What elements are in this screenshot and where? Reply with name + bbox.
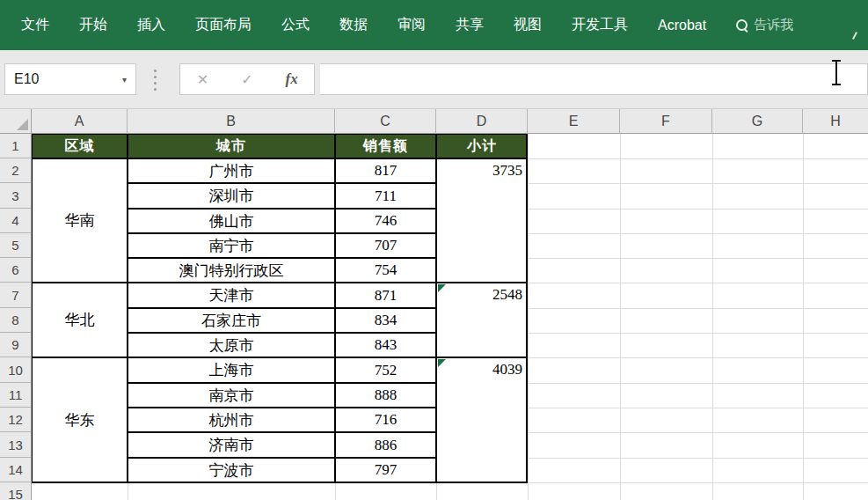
drag-handle-dots[interactable] [153, 70, 157, 91]
cell-A1[interactable]: 区域 [32, 134, 128, 158]
cell-A7-merged[interactable]: 华北 [32, 283, 128, 357]
column-header-H[interactable]: H [803, 109, 868, 134]
row-header-8[interactable]: 8 [0, 308, 32, 333]
name-box-value: E10 [14, 71, 39, 87]
cell-B12[interactable]: 杭州市 [128, 408, 335, 432]
row-header-12[interactable]: 12 [0, 408, 32, 432]
text-cursor-icon [835, 61, 837, 85]
column-header-F[interactable]: F [620, 109, 712, 134]
cell-C10[interactable]: 752 [335, 357, 436, 383]
tab-page-layout[interactable]: 页面布局 [195, 16, 252, 34]
gridline [803, 134, 804, 500]
formula-bar-strip: E10 ▾ ✕ ✓ fx [0, 50, 868, 109]
gridline [528, 134, 529, 500]
cell-C11[interactable]: 888 [335, 383, 436, 408]
row-header-13[interactable]: 13 [0, 432, 32, 458]
tab-home[interactable]: 开始 [79, 16, 107, 34]
cell-C8[interactable]: 834 [335, 308, 436, 333]
row-header-5[interactable]: 5 [0, 233, 32, 258]
column-header-B[interactable]: B [128, 109, 335, 134]
cell-C7[interactable]: 871 [335, 283, 436, 308]
gridline [620, 134, 621, 500]
tell-me-label: 告诉我 [754, 17, 793, 33]
cell-C14[interactable]: 797 [335, 458, 436, 482]
formula-buttons-panel: ✕ ✓ fx [179, 63, 315, 95]
cell-B2[interactable]: 广州市 [128, 158, 335, 183]
cell-C13[interactable]: 886 [335, 432, 436, 458]
cell-A10-merged[interactable]: 华东 [32, 357, 128, 482]
gridline [712, 134, 713, 500]
table-outer-border-bottom [32, 482, 528, 483]
cell-D7-merged[interactable]: 2548 [436, 283, 528, 357]
row-header-4[interactable]: 4 [0, 209, 32, 233]
confirm-icon[interactable]: ✓ [225, 71, 270, 88]
cell-B3[interactable]: 深圳市 [128, 183, 335, 209]
chevron-down-icon[interactable]: ▾ [122, 75, 127, 85]
excel-window: 文件开始插入页面布局公式数据审阅共享视图开发工具Acrobat告诉我 E10 ▾… [0, 0, 868, 500]
formula-input[interactable] [320, 63, 868, 95]
row-header-9[interactable]: 9 [0, 333, 32, 357]
cell-D2-merged[interactable]: 3735 [436, 158, 528, 283]
tab-insert[interactable]: 插入 [137, 16, 165, 34]
cell-B13[interactable]: 济南市 [128, 432, 335, 458]
column-header-E[interactable]: E [528, 109, 620, 134]
tab-share[interactable]: 共享 [456, 16, 484, 34]
column-header-D[interactable]: D [436, 109, 528, 134]
cancel-icon[interactable]: ✕ [180, 71, 225, 88]
row-header-3[interactable]: 3 [0, 183, 32, 209]
cell-B6[interactable]: 澳门特别行政区 [128, 258, 335, 283]
tab-developer[interactable]: 开发工具 [572, 16, 628, 34]
row-header-14[interactable]: 14 [0, 458, 32, 482]
cell-A2-merged[interactable]: 华南 [32, 158, 128, 283]
tab-formulas[interactable]: 公式 [281, 16, 310, 34]
error-indicator-icon [438, 359, 446, 367]
select-all-triangle-icon [17, 119, 28, 130]
cell-C5[interactable]: 707 [335, 233, 436, 258]
row-header-11[interactable]: 11 [0, 383, 32, 408]
row-header-7[interactable]: 7 [0, 283, 32, 308]
cell-B11[interactable]: 南京市 [128, 383, 335, 408]
tab-review[interactable]: 审阅 [398, 16, 426, 34]
cell-B10[interactable]: 上海市 [128, 357, 335, 383]
error-indicator-icon [438, 284, 446, 292]
column-header-G[interactable]: G [712, 109, 803, 134]
cell-B7[interactable]: 天津市 [128, 283, 335, 308]
cell-B4[interactable]: 佛山市 [128, 209, 335, 233]
ribbon-tab-bar: 文件开始插入页面布局公式数据审阅共享视图开发工具Acrobat告诉我 [0, 0, 868, 50]
row-header-1[interactable]: 1 [0, 134, 32, 158]
cell-C4[interactable]: 746 [335, 209, 436, 233]
cell-B14[interactable]: 宁波市 [128, 458, 335, 482]
cell-C12[interactable]: 716 [335, 408, 436, 432]
cell-D10-merged[interactable]: 4039 [436, 357, 528, 482]
table-outer-border-right [526, 134, 528, 482]
tab-data[interactable]: 数据 [339, 16, 368, 34]
row-header-15[interactable]: 15 [0, 482, 32, 500]
cell-B1[interactable]: 城市 [128, 134, 335, 158]
tell-me-search[interactable]: 告诉我 [736, 17, 793, 33]
cell-C2[interactable]: 817 [335, 158, 436, 183]
cell-B9[interactable]: 太原市 [128, 333, 335, 357]
cell-B5[interactable]: 南宁市 [128, 233, 335, 258]
insert-function-icon[interactable]: fx [269, 70, 314, 88]
column-header-C[interactable]: C [335, 109, 436, 134]
cell-B8[interactable]: 石家庄市 [128, 308, 335, 333]
select-all-corner[interactable] [0, 109, 32, 134]
row-header-2[interactable]: 2 [0, 158, 32, 183]
search-icon [736, 19, 748, 31]
cell-C3[interactable]: 711 [335, 183, 436, 209]
name-box[interactable]: E10 ▾ [4, 63, 136, 95]
tab-acrobat[interactable]: Acrobat [658, 18, 706, 33]
cell-C6[interactable]: 754 [335, 258, 436, 283]
cell-D1[interactable]: 小计 [436, 134, 528, 158]
row-header-10[interactable]: 10 [0, 357, 32, 383]
cell-C9[interactable]: 843 [335, 333, 436, 357]
tab-view[interactable]: 视图 [514, 16, 542, 34]
tab-file[interactable]: 文件 [21, 16, 49, 34]
cell-C1[interactable]: 销售额 [335, 134, 436, 158]
column-header-A[interactable]: A [32, 109, 128, 134]
row-header-6[interactable]: 6 [0, 258, 32, 283]
